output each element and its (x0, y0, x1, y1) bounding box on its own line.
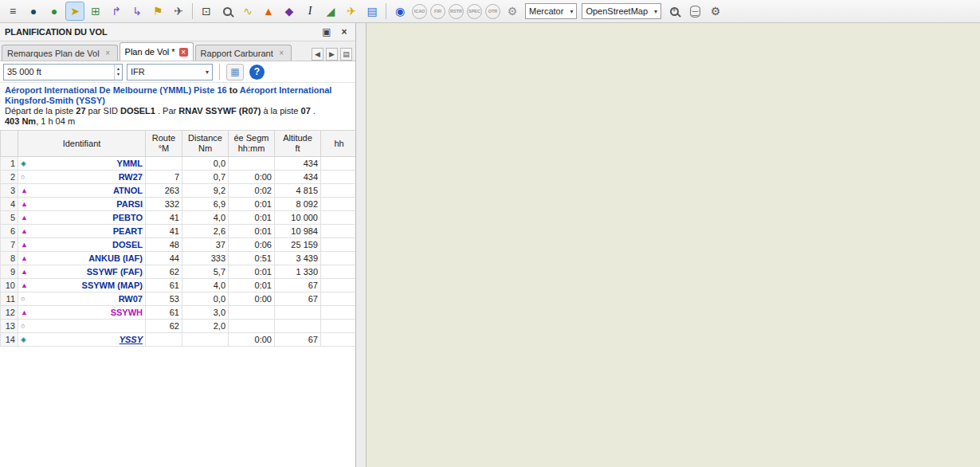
projection-combo[interactable]: Mercator▾ (525, 3, 577, 19)
spin-up-icon[interactable]: ▴ (117, 66, 120, 72)
show-navaids-icon[interactable]: ◆ (280, 2, 299, 21)
tab-scroll-right-button[interactable]: ▶ (326, 48, 338, 61)
table-row[interactable]: 7▲DOSEL48370:0625 159 (1, 238, 356, 252)
show-tracks-icon[interactable]: ▲ (259, 2, 278, 21)
help-button[interactable]: ? (249, 65, 265, 80)
runway-icon: ○ (21, 322, 31, 330)
add-approach-icon[interactable]: ✈ (169, 2, 188, 21)
table-row[interactable]: 1◈YMML0,0434 (1, 157, 356, 171)
map-canvas[interactable] (367, 23, 980, 467)
edit-route-icon[interactable]: ➤ (65, 2, 84, 21)
cell-distance: 9,2 (182, 184, 229, 198)
show-aircraft-icon[interactable]: ✈ (342, 2, 361, 21)
row-number: 2 (1, 171, 18, 184)
table-row[interactable]: 3▲ATNOL2639,20:024 815 (1, 184, 356, 198)
waypoint-ident: SSYWH (31, 308, 143, 317)
cell-altitude: 434 (275, 157, 321, 171)
tab-close-icon[interactable]: × (179, 48, 188, 57)
airspace-other-icon[interactable]: OTR (485, 4, 500, 19)
cell-distance: 0,0 (182, 157, 229, 171)
cell-distance: 5,7 (182, 265, 229, 279)
fit-route-window-icon[interactable]: ⊡ (197, 2, 216, 21)
airspace-fir-icon[interactable]: FIR (430, 4, 445, 19)
menu-icon[interactable]: ≡ (3, 2, 22, 21)
add-alternate-icon[interactable]: ⚑ (148, 2, 167, 21)
cell-altitude: 25 159 (275, 238, 321, 252)
tab-list-button[interactable]: ▤ (340, 48, 352, 61)
show-info-icon[interactable]: ▤ (363, 2, 382, 21)
show-route-icon[interactable]: ∿ (238, 2, 257, 21)
zoom-rect-icon[interactable] (218, 2, 237, 21)
cell-distance: 0,0 (182, 292, 229, 306)
dock-float-button[interactable]: ▣ (320, 26, 333, 37)
tab-flightplan[interactable]: Plan de Vol * × (120, 42, 194, 61)
flight-rules-combo[interactable]: IFR ▾ (127, 64, 213, 80)
waypoint-ident: PEBTO (31, 213, 143, 222)
options-icon[interactable]: ⚙ (706, 2, 725, 21)
table-row[interactable]: 5▲PEBTO414,00:0110 000 (1, 211, 356, 225)
tab-scroll-left-button[interactable]: ◀ (312, 48, 323, 61)
waypoint-icon: ▲ (21, 227, 31, 235)
tab-fuel-report[interactable]: Rapport Carburant × (195, 45, 292, 61)
scenery-library-icon[interactable] (685, 2, 704, 21)
cell-segment-time: 0:01 (229, 279, 275, 292)
cell-altitude: 67 (275, 292, 321, 306)
dock-close-button[interactable]: × (338, 26, 351, 37)
mapstyle-combo[interactable]: OpenStreetMap▾ (582, 3, 661, 19)
tab-close-icon[interactable]: × (277, 49, 286, 57)
cell-segment-time: 0:00 (229, 171, 275, 184)
table-row[interactable]: 2○RW2770,70:00434 (1, 171, 356, 184)
col-distance: DistanceNm (182, 131, 229, 157)
table-row[interactable]: 12▲SSYWH613,0 (1, 306, 356, 320)
cell-distance: 2,6 (182, 225, 229, 238)
airspace-icao-icon[interactable]: ICAO (412, 4, 427, 19)
waypoint-ident: ATNOL (31, 186, 143, 195)
cell-extra (321, 252, 356, 265)
airspace-settings-icon[interactable]: ⚙ (503, 2, 522, 21)
table-row[interactable]: 13○622,0 (1, 320, 356, 333)
cell-distance: 4,0 (182, 211, 229, 225)
compass-rose-icon[interactable]: ◉ (390, 2, 410, 21)
cell-route: 263 (146, 184, 182, 198)
cell-distance: 4,0 (182, 279, 229, 292)
globe-atlas-icon[interactable]: ● (24, 2, 43, 21)
table-row[interactable]: 11○RW07530,00:0067 (1, 292, 356, 306)
globe-search-icon[interactable]: ● (45, 2, 64, 21)
airspace-restricted-icon[interactable]: RSTR (449, 4, 464, 19)
table-row[interactable]: 14◈YSSY0:0067 (1, 333, 356, 347)
panel-splitter[interactable] (356, 23, 367, 467)
zoom-details-icon[interactable] (664, 2, 684, 21)
col-identifiant[interactable]: Identifiant (18, 131, 146, 157)
cruise-altitude-spinbox[interactable]: 35 000 ft ▴ ▾ (3, 64, 123, 80)
toolbar-separator (192, 3, 193, 19)
dock-title-bar: PLANIFICATION DU VOL ▣ × (0, 23, 355, 41)
airspace-special-icon[interactable]: SPEC (467, 4, 482, 19)
set-departure-icon[interactable]: ↱ (107, 2, 126, 21)
calc-flightplan-button[interactable]: ▦ (226, 64, 244, 80)
cell-distance: 0,7 (182, 171, 229, 184)
set-destination-icon[interactable]: ↳ (127, 2, 147, 21)
show-terrain-icon[interactable]: ◢ (321, 2, 340, 21)
table-row[interactable]: 10▲SSYWM (MAP)614,00:0167 (1, 279, 356, 292)
spin-down-icon[interactable]: ▾ (117, 72, 120, 77)
row-number: 12 (1, 306, 18, 320)
show-labels-icon[interactable]: I (300, 2, 319, 21)
flightplan-table[interactable]: Identifiant Route°M DistanceNm ée Segmhh… (0, 130, 355, 347)
table-row[interactable]: 9▲SSYWF (FAF)625,70:011 330 (1, 265, 356, 279)
cell-altitude: 8 092 (275, 198, 321, 211)
chevron-down-icon: ▾ (206, 69, 209, 76)
cell-route: 44 (146, 252, 182, 265)
tab-close-icon[interactable]: × (104, 49, 112, 57)
waypoint-ident: SSYWF (FAF) (31, 267, 143, 277)
tab-remarks[interactable]: Remarques Plan de Vol × (2, 45, 118, 61)
table-row[interactable]: 4▲PARSI3326,90:018 092 (1, 198, 356, 211)
waypoint-icon: ▲ (21, 186, 31, 194)
table-row[interactable]: 8▲ANKUB (IAF)443330:513 439 (1, 252, 356, 265)
departure-airport-link[interactable]: Aéroport International De Melbourne (YMM… (5, 85, 227, 95)
waypoint-icon: ▲ (21, 200, 31, 208)
table-row[interactable]: 6▲PEART412,60:0110 984 (1, 225, 356, 238)
runway-icon: ○ (21, 173, 31, 181)
airport-icon: ◈ (21, 159, 31, 167)
new-flightplan-icon[interactable]: ⊞ (86, 2, 105, 21)
col-extra: hh (321, 131, 356, 157)
